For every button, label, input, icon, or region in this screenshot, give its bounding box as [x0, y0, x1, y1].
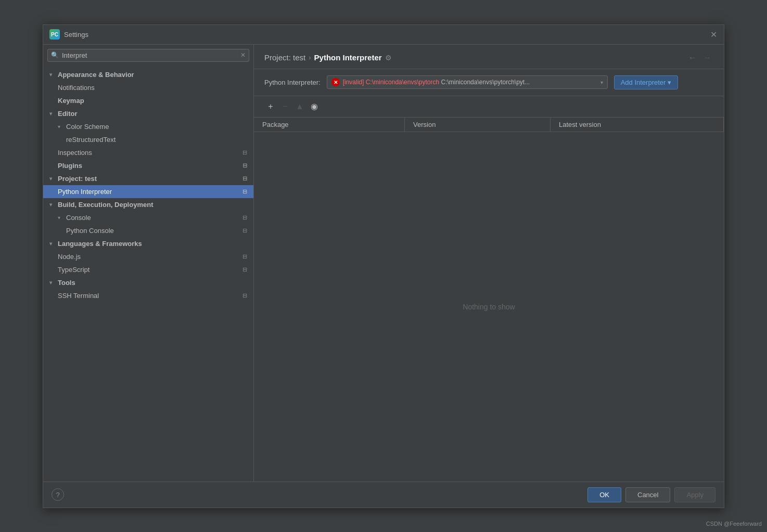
invalid-icon: ✕ [331, 78, 340, 86]
packages-table: Package Version Latest version Nothing t… [254, 118, 724, 482]
config-icon: ⊟ [242, 175, 247, 182]
dialog-body: 🔍 ✕ ▾ Appearance & Behavior Notification… [43, 45, 724, 482]
watermark: CSDN @Feeeforward [706, 521, 762, 527]
content-header: Project: test › Python Interpreter ⚙ ← → [254, 45, 724, 69]
search-input[interactable] [62, 51, 237, 59]
expand-icon: ▾ [58, 215, 64, 220]
add-interpreter-label: Add Interpreter [621, 79, 666, 86]
sidebar-item-inspections[interactable]: Inspections ⊟ [43, 146, 253, 159]
title-bar-left: PC Settings [49, 29, 88, 40]
interpreter-row: Python Interpreter: ✕ [invalid] C:\minic… [254, 69, 724, 96]
sidebar-item-languages-frameworks[interactable]: ▾ Languages & Frameworks [43, 237, 253, 250]
app-icon: PC [49, 29, 60, 40]
config-icon: ⊟ [242, 266, 247, 273]
breadcrumb-separator: › [309, 54, 311, 61]
sidebar-item-console[interactable]: ▾ Console ⊟ [43, 211, 253, 224]
sidebar-item-typescript[interactable]: TypeScript ⊟ [43, 263, 253, 276]
config-icon: ⊟ [242, 188, 247, 195]
dialog-footer: ? OK Cancel Apply [43, 482, 724, 508]
expand-icon: ▾ [58, 124, 64, 129]
dialog-title: Settings [64, 31, 88, 38]
sidebar-item-project-test[interactable]: ▾ Project: test ⊟ [43, 172, 253, 185]
expand-icon: ▾ [49, 72, 56, 77]
breadcrumb-current: Python Interpreter [314, 53, 382, 62]
sidebar-item-ssh-terminal[interactable]: SSH Terminal ⊟ [43, 289, 253, 302]
expand-icon: ▾ [49, 176, 56, 181]
breadcrumb: Project: test › Python Interpreter ⚙ [264, 53, 392, 62]
breadcrumb-config-icon[interactable]: ⚙ [385, 54, 392, 62]
breadcrumb-parent: Project: test [264, 53, 305, 62]
nav-tree: ▾ Appearance & Behavior Notifications Ke… [43, 66, 253, 482]
remove-package-button[interactable]: − [279, 100, 291, 113]
column-latest-version: Latest version [551, 118, 724, 132]
sidebar-item-notifications[interactable]: Notifications [43, 81, 253, 94]
interpreter-path-text: C:\miniconda\envs\pytorch\pyt... [441, 79, 530, 86]
add-interpreter-button[interactable]: Add Interpreter ▾ [614, 75, 679, 89]
sidebar-item-build-execution[interactable]: ▾ Build, Execution, Deployment [43, 198, 253, 211]
interpreter-label: Python Interpreter: [264, 79, 321, 86]
forward-arrow[interactable]: → [701, 52, 713, 63]
config-icon: ⊟ [242, 162, 247, 169]
add-package-button[interactable]: + [264, 100, 277, 113]
config-icon: ⊟ [242, 214, 247, 221]
sidebar-item-python-interpreter[interactable]: Python Interpreter ⊟ [43, 185, 253, 198]
sidebar-item-editor[interactable]: ▾ Editor [43, 107, 253, 120]
show-options-button[interactable]: ◉ [308, 100, 321, 113]
column-version: Version [405, 118, 551, 132]
footer-buttons: OK Cancel Apply [587, 487, 715, 502]
table-header: Package Version Latest version [254, 118, 724, 132]
back-arrow[interactable]: ← [686, 52, 699, 63]
expand-icon: ▾ [49, 111, 56, 116]
sidebar: 🔍 ✕ ▾ Appearance & Behavior Notification… [43, 45, 254, 482]
help-button[interactable]: ? [52, 488, 64, 501]
interpreter-dropdown[interactable]: ✕ [invalid] C:\miniconda\envs\pytorch C:… [327, 75, 608, 89]
add-interpreter-arrow-icon: ▾ [668, 79, 671, 86]
interpreter-invalid-text: [invalid] C:\miniconda\envs\pytorch C:\m… [343, 79, 595, 86]
main-content: Project: test › Python Interpreter ⚙ ← →… [254, 45, 724, 482]
config-icon: ⊟ [242, 227, 247, 234]
config-icon: ⊟ [242, 149, 247, 156]
expand-icon: ▾ [49, 241, 56, 246]
search-icon: 🔍 [51, 51, 59, 59]
cancel-button[interactable]: Cancel [625, 487, 670, 502]
expand-icon: ▾ [49, 202, 56, 207]
sidebar-item-restructuredtext[interactable]: reStructuredText [43, 133, 253, 146]
packages-toolbar: + − ▲ ◉ [254, 96, 724, 118]
nav-arrows: ← → [686, 52, 713, 63]
close-button[interactable]: ✕ [709, 30, 718, 38]
sidebar-item-color-scheme[interactable]: ▾ Color Scheme [43, 120, 253, 133]
config-icon: ⊟ [242, 292, 247, 299]
sidebar-item-appearance[interactable]: ▾ Appearance & Behavior [43, 68, 253, 81]
config-icon: ⊟ [242, 253, 247, 260]
sidebar-item-tools[interactable]: ▾ Tools [43, 276, 253, 289]
up-package-button[interactable]: ▲ [293, 100, 306, 113]
sidebar-item-python-console[interactable]: Python Console ⊟ [43, 224, 253, 237]
sidebar-item-keymap[interactable]: Keymap [43, 94, 253, 107]
apply-button[interactable]: Apply [674, 487, 715, 502]
search-box[interactable]: 🔍 ✕ [47, 49, 249, 62]
sidebar-item-plugins[interactable]: Plugins ⊟ [43, 159, 253, 172]
column-package: Package [254, 118, 405, 132]
sidebar-item-nodejs[interactable]: Node.js ⊟ [43, 250, 253, 263]
title-bar: PC Settings ✕ [43, 25, 724, 45]
table-empty-message: Nothing to show [254, 132, 724, 482]
dropdown-arrow-icon: ▾ [600, 80, 603, 85]
settings-dialog: PC Settings ✕ 🔍 ✕ ▾ Appearance & Behavio… [43, 24, 724, 508]
ok-button[interactable]: OK [587, 487, 621, 502]
expand-icon: ▾ [49, 280, 56, 286]
search-clear-button[interactable]: ✕ [240, 51, 246, 59]
